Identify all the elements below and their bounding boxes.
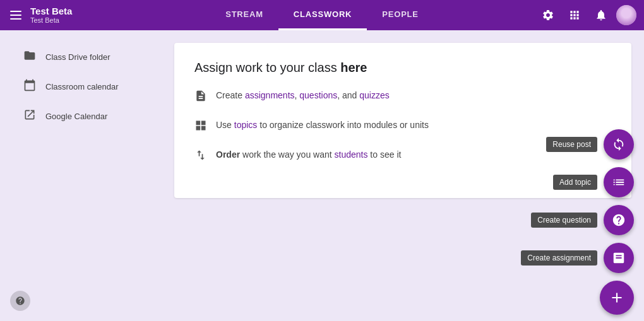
create-question-tooltip: Create question <box>531 213 597 228</box>
avatar[interactable] <box>616 5 636 25</box>
tab-people[interactable]: PEOPLE <box>367 0 434 30</box>
nav-left: Test Beta Test Beta <box>8 6 109 25</box>
apps-icon <box>568 9 581 21</box>
fab-row-topic: Add topic <box>553 167 634 197</box>
sidebar-item-label-classroom-calendar: Classroom calendar <box>45 82 119 91</box>
reuse-post-button[interactable] <box>604 129 634 160</box>
app-title: Test Beta <box>30 6 72 17</box>
nav-tabs: STREAM CLASSWORK PEOPLE <box>109 0 535 30</box>
folder-icon <box>23 49 37 65</box>
hamburger-menu-button[interactable] <box>8 8 24 22</box>
assign-item-order-text: Order work the way you want students to … <box>216 148 401 161</box>
sidebar-item-label-class-drive: Class Drive folder <box>45 52 110 62</box>
app-subtitle: Test Beta <box>30 16 72 24</box>
create-main-button[interactable] <box>600 281 634 315</box>
create-question-button[interactable] <box>604 205 634 235</box>
fab-row-assignment: Create assignment <box>521 243 634 273</box>
assign-item-create: Create assignments, questions, and quizz… <box>194 89 611 107</box>
help-icon <box>15 296 25 306</box>
gear-icon <box>542 9 554 21</box>
grid-icon <box>194 119 207 137</box>
question-icon <box>612 213 626 227</box>
create-assignment-tooltip: Create assignment <box>521 250 597 266</box>
bell-icon <box>595 9 607 21</box>
create-assignment-button[interactable] <box>604 243 634 273</box>
fab-row-main <box>600 281 634 315</box>
notifications-button[interactable] <box>590 4 612 26</box>
plus-icon <box>609 289 625 306</box>
add-topic-button[interactable] <box>604 167 634 197</box>
calendar-icon <box>23 79 37 95</box>
sidebar-item-classroom-calendar[interactable]: Classroom calendar <box>13 73 164 101</box>
topic-icon <box>612 175 626 189</box>
sidebar-item-label-google-calendar: Google Calendar <box>45 112 107 121</box>
fab-row-question: Create question <box>531 205 634 235</box>
assign-item-topics-text: Use topics to organize classwork into mo… <box>216 119 429 132</box>
fab-row-reuse: Reuse post <box>546 129 634 160</box>
reuse-post-tooltip: Reuse post <box>546 137 597 152</box>
assign-item-create-text: Create assignments, questions, and quizz… <box>216 89 390 102</box>
document-icon <box>194 90 207 107</box>
sidebar: Class Drive folder Classroom calendar Go… <box>13 43 164 308</box>
arrows-icon <box>194 149 207 166</box>
sidebar-item-class-drive[interactable]: Class Drive folder <box>13 43 164 71</box>
external-link-icon <box>23 108 37 124</box>
help-button[interactable] <box>10 291 30 311</box>
fab-container: Reuse post Add topic Create question Cre… <box>521 129 634 315</box>
top-navigation: Test Beta Test Beta STREAM CLASSWORK PEO… <box>0 0 644 30</box>
avatar-image <box>616 5 636 25</box>
reuse-icon <box>612 137 626 151</box>
nav-right <box>535 4 636 26</box>
assignment-icon <box>612 251 626 265</box>
app-title-block: Test Beta Test Beta <box>30 6 72 25</box>
tab-stream[interactable]: STREAM <box>210 0 278 30</box>
add-topic-tooltip: Add topic <box>553 175 597 190</box>
tab-classwork[interactable]: CLASSWORK <box>278 0 367 30</box>
settings-button[interactable] <box>537 4 559 26</box>
assign-title: Assign work to your class here <box>194 61 611 75</box>
apps-button[interactable] <box>563 4 586 26</box>
sidebar-item-google-calendar[interactable]: Google Calendar <box>13 102 164 131</box>
